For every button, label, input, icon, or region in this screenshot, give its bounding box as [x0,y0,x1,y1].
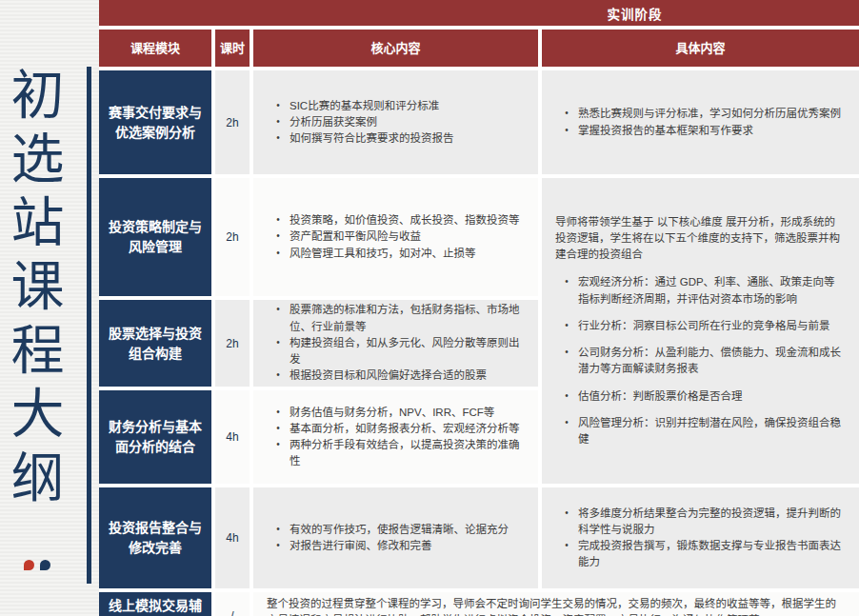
bullet-icon: • [555,123,578,139]
detail-content-list: •熟悉比赛规则与评分标准，学习如何分析历届优秀案例•掌握投资报告的基本框架和写作… [542,70,859,174]
bullet-text: 将多维度分析结果整合为完整的投资逻辑，提升判断的科学性与说服力 [578,506,846,539]
bullet-item: •公司财务分析：从盈利能力、偿债能力、现金流和成长潜力等方面解读财务报表 [555,345,846,378]
header-core-content: 核心内容 [253,30,538,67]
bullet-item: •构建投资组合，如从多元化、风险分散等原则出发 [267,335,525,368]
bullet-icon: • [267,130,290,147]
bullet-icon: • [555,415,578,448]
bullet-icon: • [555,274,578,308]
bullet-text: 如何撰写符合比赛要求的投资报告 [290,130,525,147]
quote-dot-navy-icon [40,560,50,570]
bullet-text: 根据投资目标和风险偏好选择合适的股票 [290,368,525,384]
bullet-text: 有效的写作技巧，使报告逻辑清晰、论据充分 [290,522,525,538]
module-hours: 2h [215,178,250,296]
bullet-text: 构建投资组合，如从多元化、风险分散等原则出发 [290,335,525,368]
bullet-text: 财务估值与财务分析，NPV、IRR、FCF等 [290,405,525,421]
phase-banner-label: 实训阶段 [608,4,663,23]
page-title-vertical: 初选站课程大纲 [6,67,59,513]
bullet-text: 估值分析：判断股票价格是否合理 [578,388,846,405]
bullet-text: 宏观经济分析：通过 GDP、利率、通胀、政策走向等指标判断经济周期，并评估对资本… [578,274,846,308]
bullet-text: 对报告进行审阅、修改和完善 [290,538,525,554]
bullet-item: •风险管理分析：识别并控制潜在风险，确保投资组合稳健 [555,415,846,448]
bullet-item: •基本面分析，如财务报表分析、宏观经济分析等 [267,421,525,437]
bullet-item: •有效的写作技巧，使报告逻辑清晰、论据充分 [267,522,525,538]
bullet-text: 投资策略，如价值投资、成长投资、指数投资等 [290,212,525,229]
bullet-icon: • [267,246,290,262]
detail-dimension-list: •宏观经济分析：通过 GDP、利率、通胀、政策走向等指标判断经济周期，并评估对资… [555,274,846,447]
bullet-item: •行业分析：洞察目标公司所在行业的竞争格局与前景 [555,318,846,334]
bullet-item: •估值分析：判断股票价格是否合理 [555,388,846,405]
bullet-text: 分析历届获奖案例 [290,114,525,130]
core-content-list: •投资策略，如价值投资、成长投资、指数投资等•资产配置和平衡风险与收益•风险管理… [253,178,538,296]
bullet-icon: • [267,522,290,538]
bullet-item: •将多维度分析结果整合为完整的投资逻辑，提升判断的科学性与说服力 [555,506,846,539]
bullet-icon: • [267,229,290,245]
bullet-item: •完成投资报告撰写，锻炼数据支撑与专业报告书面表达能力 [555,538,846,571]
bullet-text: 风险管理分析：识别并控制潜在风险，确保投资组合稳健 [578,415,846,448]
bullet-icon: • [555,106,578,122]
bullet-icon: • [267,114,290,130]
bullet-item: •财务估值与财务分析，NPV、IRR、FCF等 [267,405,525,421]
core-content-list: •股票筛选的标准和方法，包括财务指标、市场地位、行业前景等•构建投资组合，如从多… [253,300,538,387]
detail-content-list: •将多维度分析结果整合为完整的投资逻辑，提升判断的科学性与说服力•完成投资报告撰… [542,487,859,588]
bullet-item: •两种分析手段有效结合，以提高投资决策的准确性 [267,437,525,470]
module-name: 投资报告整合与修改完善 [99,487,211,588]
bullet-item: •SIC比赛的基本规则和评分标准 [267,98,525,114]
core-content-list: •财务估值与财务分析，NPV、IRR、FCF等•基本面分析，如财务报表分析、宏观… [253,390,538,484]
bullet-text: 两种分析手段有效结合，以提高投资决策的准确性 [290,437,525,470]
bullet-icon: • [555,506,578,539]
bullet-item: •分析历届获奖案例 [267,114,525,130]
bullet-icon: • [267,437,290,470]
bullet-icon: • [267,538,290,554]
course-outline-table: 实训阶段 课程模块 课时 核心内容 具体内容 赛事交付要求与优选案例分析 2h … [99,0,859,616]
bullet-text: 掌握投资报告的基本框架和写作要求 [578,123,846,139]
module-name: 股票选择与投资组合构建 [99,300,211,387]
bullet-item: •风险管理工具和技巧，如对冲、止损等 [267,246,525,262]
module-hours: 4h [215,487,250,588]
bullet-text: 完成投资报告撰写，锻炼数据支撑与专业报告书面表达能力 [578,538,846,571]
bullet-item: •宏观经济分析：通过 GDP、利率、通胀、政策走向等指标判断经济周期，并评估对资… [555,274,846,308]
bullet-icon: • [267,405,290,421]
bullet-text: SIC比赛的基本规则和评分标准 [290,98,525,114]
module-hours: 2h [215,300,250,387]
bullet-item: •熟悉比赛规则与评分标准，学习如何分析历届优秀案例 [555,106,846,122]
module-hours: 4h [215,390,250,484]
bullet-item: •资产配置和平衡风险与收益 [267,229,525,245]
bullet-icon: • [555,345,578,378]
module-name: 线上模拟交易辅导 [99,592,211,616]
bullet-icon: • [267,335,290,368]
coaching-paragraph: 整个投资的过程贯穿整个课程的学习，导师会不定时询问学生交易的情况，交易的频次，最… [253,592,859,616]
quote-dots [24,560,50,570]
bullet-text: 熟悉比赛规则与评分标准，学习如何分析历届优秀案例 [578,106,846,122]
bullet-item: •如何撰写符合比赛要求的投资报告 [267,130,525,147]
bullet-text: 公司财务分析：从盈利能力、偿债能力、现金流和成长潜力等方面解读财务报表 [578,345,846,378]
bullet-icon: • [555,538,578,571]
bullet-icon: • [267,98,290,114]
header-detail-content: 具体内容 [542,30,859,67]
quote-dot-red-icon [24,560,34,570]
detail-intro-paragraph: 导师将带领学生基于 以下核心维度 展开分析，形成系统的投资逻辑，学生将在以下五个… [555,214,846,264]
header-module: 课程模块 [99,30,211,67]
module-name: 财务分析与基本面分析的结合 [99,390,211,484]
bullet-item: •投资策略，如价值投资、成长投资、指数投资等 [267,212,525,229]
bullet-text: 基本面分析，如财务报表分析、宏观经济分析等 [290,421,525,437]
module-hours: 2h [215,70,250,174]
bullet-item: •对报告进行审阅、修改和完善 [267,538,525,554]
bullet-text: 行业分析：洞察目标公司所在行业的竞争格局与前景 [578,318,846,334]
bullet-icon: • [555,388,578,405]
core-content-list: •有效的写作技巧，使报告逻辑清晰、论据充分•对报告进行审阅、修改和完善 [253,487,538,588]
bullet-icon: • [267,368,290,384]
vertical-divider [87,67,91,584]
bullet-text: 资产配置和平衡风险与收益 [290,229,525,245]
detail-content-merged: 导师将带领学生基于 以下核心维度 展开分析，形成系统的投资逻辑，学生将在以下五个… [542,178,859,484]
phase-banner: 实训阶段 [99,0,859,26]
bullet-icon: • [267,302,290,335]
bullet-item: •股票筛选的标准和方法，包括财务指标、市场地位、行业前景等 [267,302,525,335]
bullet-text: 风险管理工具和技巧，如对冲、止损等 [290,246,525,262]
header-hours: 课时 [215,30,250,67]
bullet-icon: • [555,318,578,334]
module-name: 赛事交付要求与优选案例分析 [99,70,211,174]
module-hours: / [215,592,250,616]
bullet-icon: • [267,212,290,229]
core-content-list: •SIC比赛的基本规则和评分标准•分析历届获奖案例•如何撰写符合比赛要求的投资报… [253,70,538,174]
bullet-icon: • [267,421,290,437]
